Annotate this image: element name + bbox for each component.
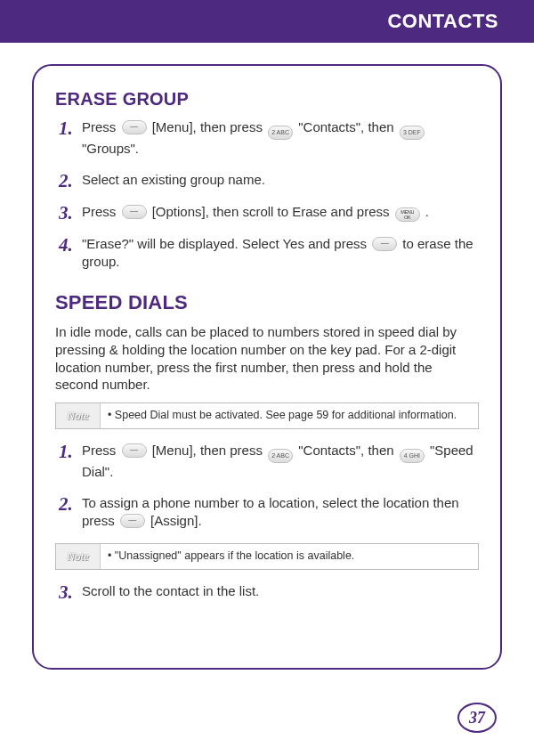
erase-group-steps: 1. Press [Menu], then press "Contacts", … <box>55 118 479 272</box>
key-3-icon <box>400 126 425 140</box>
page-number-badge: 37 <box>457 703 497 733</box>
note-box-2: Note • "Unassigned" appears if the locat… <box>55 543 479 570</box>
erase-group-step-3: 3. Press [Options], then scroll to Erase… <box>59 203 479 223</box>
erase-group-step-2: 2. Select an existing group name. <box>59 171 479 191</box>
key-2-icon <box>268 449 293 463</box>
softkey-icon <box>120 514 145 528</box>
step-number: 2. <box>59 494 82 514</box>
speed-dials-title: SPEED DIALS <box>55 291 479 314</box>
speed-dials-step-3: 3. Scroll to the contact in the list. <box>59 582 479 602</box>
erase-group-step-1: 1. Press [Menu], then press "Contacts", … <box>59 118 479 159</box>
key-4-icon <box>400 449 425 463</box>
step-number: 2. <box>59 171 82 191</box>
erase-group-step-4: 4. "Erase?" will be displayed. Select Ye… <box>59 235 479 272</box>
erase-group-title: ERASE GROUP <box>55 89 479 110</box>
speed-dials-step-1: 1. Press [Menu], then press "Contacts", … <box>59 442 479 482</box>
key-2-icon <box>268 126 293 140</box>
step-number: 3. <box>59 203 82 223</box>
step-number: 1. <box>59 442 82 461</box>
softkey-icon <box>372 237 397 251</box>
note-label: Note <box>56 544 101 569</box>
note-label: Note <box>56 403 101 428</box>
step-body: Press [Menu], then press "Contacts", the… <box>82 118 479 159</box>
softkey-icon <box>122 120 147 134</box>
note-text: • Speed Dial must be activated. See page… <box>101 403 478 428</box>
speed-dials-steps-cont: 3. Scroll to the contact in the list. <box>55 582 479 602</box>
content-card: ERASE GROUP 1. Press [Menu], then press … <box>32 64 502 670</box>
step-body: To assign a phone number to a location, … <box>82 494 479 531</box>
step-body: "Erase?" will be displayed. Select Yes a… <box>82 235 479 272</box>
note-box-1: Note • Speed Dial must be activated. See… <box>55 402 479 429</box>
note-text: • "Unassigned" appears if the location i… <box>101 544 478 569</box>
speed-dials-steps: 1. Press [Menu], then press "Contacts", … <box>55 442 479 531</box>
softkey-icon <box>122 443 147 458</box>
softkey-icon <box>122 205 147 219</box>
header-title: CONTACTS <box>387 10 498 33</box>
step-body: Press [Options], then scroll to Erase an… <box>82 203 479 222</box>
menu-ok-icon <box>395 207 420 222</box>
step-body: Press [Menu], then press "Contacts", the… <box>82 442 479 482</box>
step-number: 3. <box>59 582 82 602</box>
step-body: Select an existing group name. <box>82 171 479 190</box>
step-number: 1. <box>59 118 82 138</box>
speed-dials-intro: In idle mode, calls can be placed to num… <box>55 323 479 394</box>
header-bar: CONTACTS <box>0 0 534 43</box>
speed-dials-step-2: 2. To assign a phone number to a locatio… <box>59 494 479 531</box>
step-body: Scroll to the contact in the list. <box>82 582 479 601</box>
step-number: 4. <box>59 235 82 255</box>
page-number: 37 <box>469 709 485 728</box>
